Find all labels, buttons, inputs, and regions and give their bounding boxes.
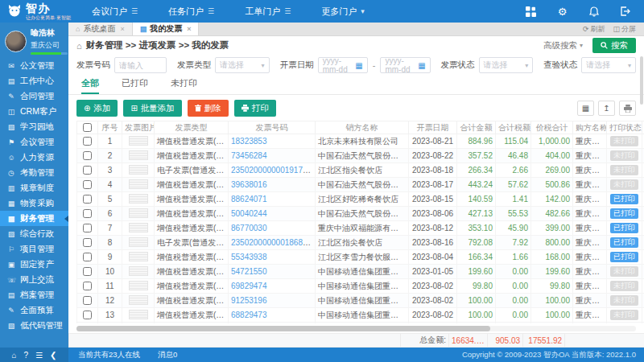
sidebar-item-档案管理[interactable]: ▤档案管理 bbox=[0, 287, 68, 302]
sidebar-item-CRM客户[interactable]: ◫CRM客户 bbox=[0, 104, 68, 119]
row-checkbox[interactable] bbox=[83, 151, 92, 160]
logout-icon[interactable] bbox=[619, 6, 631, 18]
filter-tab-未打印[interactable]: 未打印 bbox=[171, 77, 197, 94]
delete-button[interactable]: 删除 bbox=[188, 100, 229, 117]
invoice-number-link[interactable]: 88624071 bbox=[231, 195, 267, 204]
tab-我的发票[interactable]: ▤我的发票× bbox=[133, 23, 200, 35]
invoice-number-link[interactable]: 86770030 bbox=[231, 224, 267, 232]
row-checkbox[interactable] bbox=[83, 137, 92, 146]
sidebar-item-低代码管理[interactable]: ▧低代码管理 bbox=[0, 318, 68, 333]
invoice-thumbnail[interactable] bbox=[129, 165, 148, 175]
date-to-input[interactable]: yyyy-mm-dd▦ bbox=[380, 57, 430, 73]
invoice-number-link[interactable]: 91253196 bbox=[231, 296, 267, 305]
filter-tab-全部[interactable]: 全部 bbox=[81, 77, 99, 94]
sidebar-item-会议管理[interactable]: ⚑会议管理 bbox=[0, 134, 68, 150]
vertical-scrollbar[interactable] bbox=[640, 56, 643, 105]
invoice-type-select[interactable]: 请选择▾ bbox=[215, 57, 270, 73]
add-button[interactable]: ⊕添加 bbox=[76, 100, 118, 117]
invoice-number-link[interactable]: 18323853 bbox=[231, 137, 267, 146]
footer-menu-icon[interactable]: ☰ bbox=[35, 351, 43, 360]
row-checkbox[interactable] bbox=[83, 224, 92, 232]
advanced-search-toggle[interactable]: 高级搜索▾ bbox=[543, 40, 583, 51]
invoice-thumbnail[interactable] bbox=[129, 208, 148, 218]
avatar[interactable] bbox=[5, 31, 27, 52]
invoice-number-link[interactable]: 23502000000018686246 bbox=[231, 238, 316, 247]
row-checkbox[interactable] bbox=[83, 296, 92, 305]
portal-menu-item[interactable]: 更多门户▾ bbox=[321, 6, 365, 18]
columns-setting-icon[interactable]: ▦ bbox=[577, 101, 594, 116]
invoice-thumbnail[interactable] bbox=[129, 194, 148, 204]
row-checkbox[interactable] bbox=[83, 253, 92, 261]
invoice-thumbnail[interactable] bbox=[129, 237, 148, 247]
refresh-link[interactable]: ⟳刷新 bbox=[583, 24, 605, 35]
portal-menu-item[interactable]: 任务门户☰ bbox=[168, 6, 214, 18]
invoice-thumbnail[interactable] bbox=[129, 150, 148, 160]
sidebar-item-固定资产[interactable]: ▣固定资产 bbox=[0, 257, 68, 272]
date-from-input[interactable]: yyyy-mm-dd▦ bbox=[318, 57, 368, 73]
row-checkbox[interactable] bbox=[83, 180, 92, 189]
sidebar-item-公文管理[interactable]: ✉公文管理 bbox=[0, 58, 68, 73]
footer-help-icon[interactable]: ? bbox=[24, 351, 29, 360]
portal-menu-item[interactable]: 会议门户☰ bbox=[92, 6, 138, 18]
invoice-number-link[interactable]: 69829474 bbox=[231, 282, 267, 290]
invoice-thumbnail[interactable] bbox=[129, 223, 148, 232]
invoice-number-link[interactable]: 23502000000019178027 bbox=[231, 166, 316, 175]
horizontal-scrollbar[interactable] bbox=[76, 326, 636, 331]
search-button[interactable]: 搜索 bbox=[592, 38, 636, 53]
invoice-status-select[interactable]: 请选择▾ bbox=[479, 57, 534, 73]
sidebar-item-财务管理[interactable]: ▩财务管理 bbox=[0, 211, 68, 226]
filter-tab-已打印[interactable]: 已打印 bbox=[122, 77, 148, 94]
invoice-number-link[interactable]: 54721550 bbox=[231, 267, 267, 276]
row-checkbox[interactable] bbox=[83, 195, 92, 204]
sidebar-item-考勤管理[interactable]: ◷考勤管理 bbox=[0, 165, 68, 180]
portal-menu-item[interactable]: 工单门户☰ bbox=[245, 6, 291, 18]
user-panel[interactable]: 喻浩林 重庆公司 bbox=[0, 23, 68, 58]
invoice-number-link[interactable]: 50040244 bbox=[231, 209, 267, 218]
invoice-number-link[interactable]: 39638016 bbox=[231, 180, 267, 189]
batch-add-button[interactable]: ⊞批量添加 bbox=[123, 100, 181, 117]
invoice-thumbnail[interactable] bbox=[129, 136, 148, 146]
footer-collapse-icon[interactable]: ❮ bbox=[50, 351, 56, 360]
invoice-thumbnail[interactable] bbox=[129, 179, 148, 189]
settings-gear-icon[interactable]: ⚙ bbox=[556, 6, 568, 18]
invoice-no-input[interactable] bbox=[119, 61, 162, 70]
apps-grid-icon[interactable] bbox=[525, 6, 537, 18]
notification-bell-icon[interactable] bbox=[588, 6, 600, 18]
invoice-number-link[interactable]: 68829473 bbox=[231, 311, 267, 319]
row-checkbox[interactable] bbox=[83, 282, 92, 290]
sidebar-item-规章制度[interactable]: ▥规章制度 bbox=[0, 180, 68, 195]
invoice-thumbnail[interactable] bbox=[129, 266, 148, 276]
tab-close-icon[interactable]: × bbox=[187, 25, 191, 33]
invoice-number-link[interactable]: 55343938 bbox=[231, 253, 267, 261]
sidebar-item-综合行政[interactable]: ▨综合行政 bbox=[0, 226, 68, 241]
footer-home-icon[interactable]: ⌂ bbox=[12, 351, 17, 360]
sidebar-item-网上交流[interactable]: ☏网上交流 bbox=[0, 272, 68, 287]
row-checkbox[interactable] bbox=[83, 311, 92, 319]
invoice-thumbnail[interactable] bbox=[129, 310, 148, 319]
row-checkbox[interactable] bbox=[83, 166, 92, 175]
row-checkbox[interactable] bbox=[83, 238, 92, 247]
export-icon[interactable]: ↥ bbox=[598, 101, 615, 116]
sidebar-item-学习园地[interactable]: ▧学习园地 bbox=[0, 119, 68, 134]
select-all-checkbox[interactable] bbox=[83, 123, 92, 132]
print-list-icon[interactable] bbox=[619, 101, 636, 116]
tab-系统桌面[interactable]: ⌂系统桌面× bbox=[68, 23, 133, 35]
tab-close-icon[interactable]: × bbox=[120, 25, 124, 33]
sidebar-item-工作中心[interactable]: ▤工作中心 bbox=[0, 73, 68, 88]
row-checkbox[interactable] bbox=[83, 209, 92, 218]
sidebar-item-全面预算[interactable]: ✎全面预算 bbox=[0, 302, 68, 318]
sidebar-item-项目管理[interactable]: ⚐项目管理 bbox=[0, 241, 68, 257]
invoice-thumbnail[interactable] bbox=[129, 281, 148, 290]
sidebar-item-合同管理[interactable]: ✎合同管理 bbox=[0, 88, 68, 104]
invoice-number-link[interactable]: 73456284 bbox=[231, 151, 267, 160]
scrollbar-thumb[interactable] bbox=[76, 326, 490, 331]
invoice-thumbnail[interactable] bbox=[129, 252, 148, 261]
print-button[interactable]: 打印 bbox=[234, 100, 276, 117]
verify-status-select[interactable]: 请选择▾ bbox=[581, 57, 636, 73]
invoice-thumbnail[interactable] bbox=[129, 295, 148, 305]
message-count[interactable]: 消息0 bbox=[158, 350, 177, 360]
split-screen-link[interactable]: ◫分屏 bbox=[613, 24, 636, 35]
sidebar-item-物资采购[interactable]: ▦物资采购 bbox=[0, 195, 68, 211]
row-checkbox[interactable] bbox=[83, 267, 92, 276]
sidebar-item-人力资源[interactable]: ☺人力资源 bbox=[0, 150, 68, 165]
